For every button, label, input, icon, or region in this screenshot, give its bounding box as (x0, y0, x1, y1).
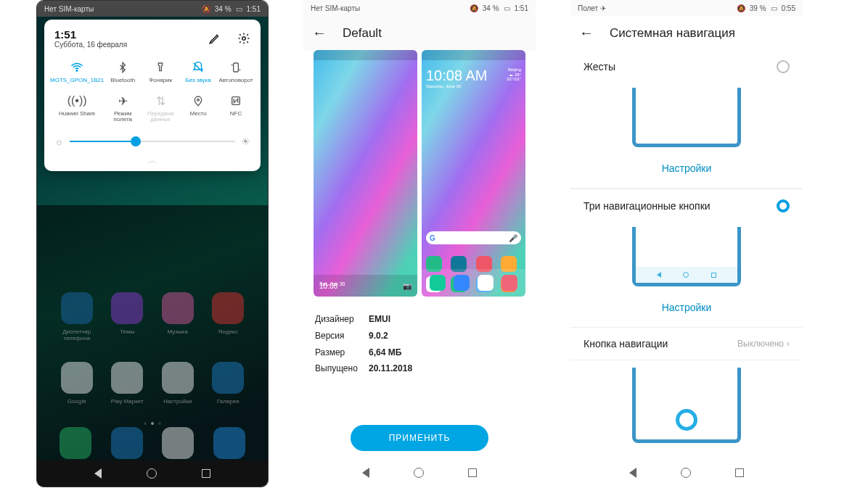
app-music[interactable]: Музыка (152, 292, 203, 342)
page-title: Системная навигация (610, 26, 735, 41)
qs-silent[interactable]: Без звука (179, 60, 217, 83)
mute-icon: 🔕 (202, 5, 210, 13)
mic-icon: 🎤 (509, 234, 517, 242)
status-bar: Нет SIM-карты 🔕 34 % ▭ 1:51 (37, 1, 268, 17)
preview-lockscreen[interactable]: 10:08 📷 Sat, Jun 30 (314, 50, 417, 297)
qs-date: Суббота, 16 февраля (54, 41, 127, 49)
sim-status: Нет SIM-карты (311, 4, 360, 12)
dock-phone[interactable] (60, 427, 91, 459)
dock-messages[interactable] (111, 427, 143, 459)
mute-icon: 🔕 (470, 4, 478, 12)
flight-status: Полет ✈ (578, 4, 606, 12)
nav-recents-icon[interactable] (202, 469, 210, 478)
option-three-keys[interactable]: Три навигационные кнопки (570, 189, 803, 223)
widget-day: Saturday, June 30 (426, 84, 488, 88)
nav-dock-circle-icon (676, 409, 697, 431)
battery-pct: 39 % (750, 4, 766, 12)
nav-home-icon[interactable] (414, 468, 424, 478)
clock: 0:55 (782, 4, 795, 12)
nav-bar (303, 458, 536, 487)
preview-date: Sat, Jun 30 (319, 281, 345, 286)
app-settings[interactable]: Настройки (152, 362, 203, 405)
nav-bar (570, 458, 803, 487)
gestures-illustration (584, 86, 790, 147)
nav-home-icon (683, 272, 689, 278)
qs-flashlight[interactable]: Фонарик (142, 60, 179, 83)
collapse-icon[interactable]: ︿ (50, 150, 255, 168)
qs-mobiledata[interactable]: ⇅Передача данных (142, 94, 179, 123)
nav-dock-illustration (584, 363, 790, 443)
camera-icon: 📷 (403, 282, 412, 290)
nav-dock-value: Выключено (737, 339, 784, 349)
nav-bar (37, 460, 268, 487)
svg-point-3 (197, 99, 200, 101)
page-indicator (37, 422, 268, 425)
header: ← Default (303, 16, 536, 50)
qs-nfc[interactable]: NFC (217, 94, 255, 123)
phone-system-navigation: Полет ✈ 🔕 39 % ▭ 0:55 ← Системная навига… (570, 0, 803, 487)
gear-icon[interactable] (237, 32, 250, 45)
nav-recents-icon (711, 273, 716, 278)
radio-icon[interactable] (777, 60, 790, 73)
battery-icon: ▭ (236, 5, 242, 13)
edit-icon[interactable] (208, 32, 221, 45)
phone-theme-detail: Нет SIM-карты 🔕 34 % ▭ 1:51 ← Default 10… (303, 0, 536, 487)
qs-wifi[interactable]: MGTS_GPON_1B21 (50, 60, 104, 83)
qs-bluetooth[interactable]: Bluetooth (104, 60, 142, 83)
apply-button[interactable]: ПРИМЕНИТЬ (351, 425, 488, 451)
app-phone-manager[interactable]: Диспетчер телефона (52, 292, 102, 342)
dock-browser[interactable] (162, 427, 194, 459)
nav-recents-icon[interactable] (468, 468, 477, 477)
battery-pct: 34 % (215, 5, 232, 13)
clock: 1:51 (247, 5, 261, 13)
app-gallery[interactable]: Галерея (203, 362, 254, 405)
widget-time: 10:08 AM (426, 67, 488, 83)
sun-max-icon: ☀ (241, 136, 250, 147)
option-nav-dock[interactable]: Кнопка навигации Выключено› (570, 328, 803, 360)
three-keys-settings-link[interactable]: Настройки (570, 289, 803, 328)
wallpaper: 1:51 Суббота, 16 февраля MGTS_GPON_1B21 … (37, 17, 268, 487)
back-icon[interactable]: ← (312, 25, 327, 41)
gestures-settings-link[interactable]: Настройки (570, 150, 803, 189)
status-bar: Полет ✈ 🔕 39 % ▭ 0:55 (570, 0, 803, 16)
battery-icon: ▭ (771, 4, 777, 12)
chevron-right-icon: › (787, 339, 790, 349)
mute-icon: 🔕 (737, 4, 745, 12)
nav-home-icon[interactable] (681, 468, 691, 478)
nav-home-icon[interactable] (147, 468, 157, 479)
qs-autorotate[interactable]: Автоповорот (217, 60, 255, 83)
app-yandex[interactable]: Яндекс (203, 292, 254, 342)
qs-location[interactable]: Место (179, 94, 217, 123)
nav-back-icon[interactable] (362, 468, 369, 478)
app-themes[interactable]: Темы (102, 292, 153, 342)
preview-homescreen[interactable]: 10:08 AM Saturday, June 30 Beijing ☁ 28°… (422, 50, 525, 297)
app-google[interactable]: Google (52, 362, 102, 405)
search-bar[interactable]: G🎤 (426, 231, 521, 244)
widget-range: 32°/22° (507, 77, 521, 81)
radio-icon[interactable] (777, 199, 790, 212)
dock (37, 427, 268, 459)
sun-min-icon: ☼ (54, 136, 64, 147)
home-app-grid: Диспетчер телефона Темы Музыка Яндекс Go… (37, 292, 268, 405)
qs-huaweishare[interactable]: ((•))Huawei Share (50, 94, 104, 123)
page-title: Default (343, 26, 382, 41)
header: ← Системная навигация (570, 16, 803, 50)
quick-settings-panel: 1:51 Суббота, 16 февраля MGTS_GPON_1B21 … (44, 20, 261, 171)
brightness-slider[interactable]: ☼ ☀ (50, 130, 255, 150)
qs-time: 1:51 (54, 28, 127, 41)
nav-back-icon[interactable] (629, 468, 636, 478)
sim-status: Нет SIM-карты (44, 5, 94, 13)
nav-back-icon[interactable] (94, 468, 102, 479)
qs-airplane[interactable]: ✈Режим полета (104, 94, 142, 123)
nav-back-icon (657, 272, 661, 278)
app-play[interactable]: Play Маркет (102, 362, 153, 405)
dock-camera[interactable] (213, 427, 245, 459)
three-keys-illustration (584, 226, 790, 286)
theme-meta: ДизайнерEMUI Версия9.0.2 Размер6,64 МБ В… (303, 297, 536, 392)
battery-pct: 34 % (483, 4, 499, 12)
option-gestures[interactable]: Жесты (570, 50, 803, 83)
back-icon[interactable]: ← (579, 25, 594, 41)
nav-recents-icon[interactable] (735, 468, 744, 477)
theme-previews[interactable]: 10:08 📷 Sat, Jun 30 10:08 AM Saturday, J… (303, 50, 536, 297)
svg-point-0 (242, 37, 246, 41)
